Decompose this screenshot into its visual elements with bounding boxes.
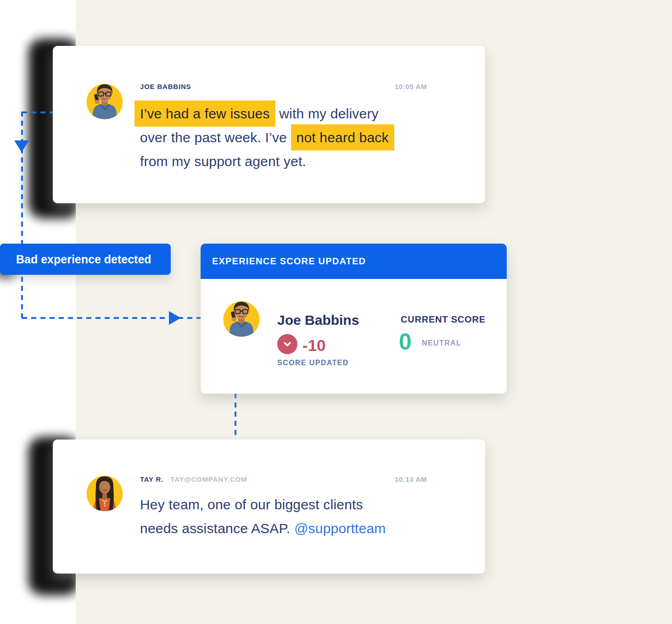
chat-message-card-joe: JOE BABBINS 10:05 AM I’ve had a few issu…: [53, 46, 485, 203]
illustration-canvas: JOE BABBINS 10:05 AM I’ve had a few issu…: [0, 0, 672, 624]
chevron-down-circle-icon: [277, 334, 297, 354]
message-line-1: I’ve had a few issues with my delivery: [140, 102, 452, 126]
message-segment: needs assistance ASAP.: [140, 521, 294, 536]
message-line-2: needs assistance ASAP. @supportteam: [140, 517, 461, 540]
highlighted-phrase: I’ve had a few issues: [134, 100, 275, 127]
sender-email: TAY@COMPANY.COM: [170, 475, 247, 483]
connector-top-horizontal: [22, 111, 53, 113]
message-line-3: from my support agent yet.: [140, 150, 452, 173]
message-segment: over the past week. I’ve: [140, 130, 291, 145]
supportteam-mention-link[interactable]: @supportteam: [294, 521, 386, 536]
message-line-2: over the past week. I’ve not heard back: [140, 126, 452, 150]
bad-experience-label: Bad experience detected: [0, 244, 171, 275]
tay-avatar: [85, 472, 124, 511]
experience-score-card: EXPERIENCE SCORE UPDATED Joe Babbins -10…: [201, 244, 507, 394]
sender-short-name: TAY R.: [140, 475, 163, 483]
sender-name: JOE BABBINS: [140, 83, 191, 90]
current-score-status: NEUTRAL: [422, 339, 461, 347]
message-segment: Hey team, one of our biggest clients: [140, 497, 363, 512]
customer-name: Joe Babbins: [277, 312, 359, 328]
arrow-right-icon: [169, 311, 181, 325]
message-line-1: Hey team, one of our biggest clients: [140, 493, 461, 517]
joe-babbins-avatar: [222, 297, 261, 337]
arrow-down-icon: [14, 140, 29, 152]
message-text: Hey team, one of our biggest clients nee…: [140, 493, 461, 540]
chat-message-card-tay: TAY R. TAY@COMPANY.COM 10:13 AM Hey team…: [53, 440, 485, 574]
message-timestamp: 10:13 AM: [395, 475, 427, 483]
score-card-header: EXPERIENCE SCORE UPDATED: [201, 244, 507, 279]
joe-babbins-avatar: [85, 80, 124, 119]
connector-score-vertical: [235, 393, 236, 437]
highlighted-phrase: not heard back: [291, 124, 394, 150]
score-change-label: SCORE UPDATED: [277, 359, 349, 367]
current-score-value: 0: [399, 329, 412, 355]
message-text: I’ve had a few issues with my delivery o…: [140, 102, 452, 173]
current-score-label: CURRENT SCORE: [401, 314, 486, 325]
message-segment: with my delivery: [275, 106, 379, 121]
message-timestamp: 10:05 AM: [395, 83, 427, 90]
score-change-value: -10: [302, 336, 326, 355]
sender-name: TAY R. TAY@COMPANY.COM: [140, 475, 247, 483]
message-segment: from my support agent yet.: [140, 154, 306, 169]
